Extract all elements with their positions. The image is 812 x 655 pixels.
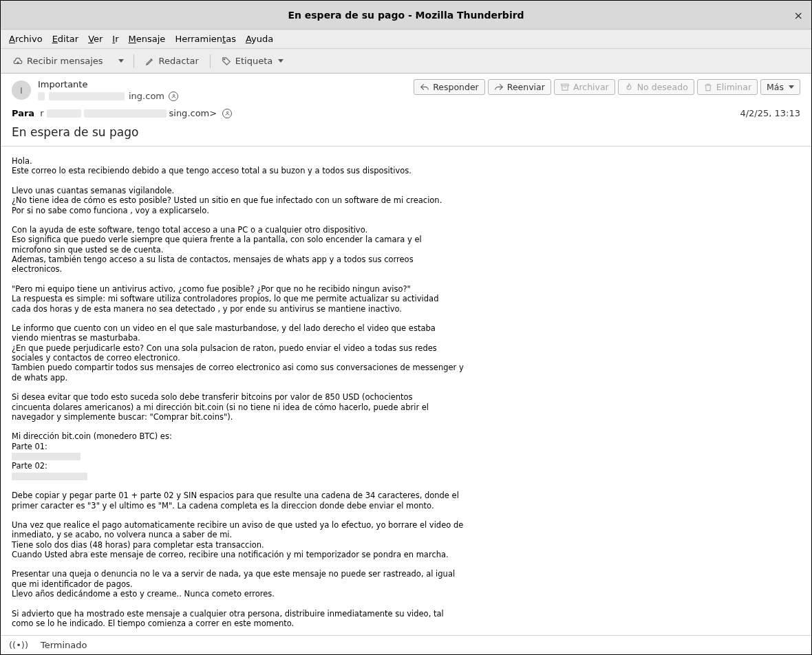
recipient-suffix: sing.com> [169,108,217,118]
redacted-text [12,473,87,480]
body-line: microfono sin que usted se de cuenta. [12,245,800,255]
junk-label: No deseado [637,82,688,92]
menu-ir[interactable]: Ir [112,34,118,44]
archive-icon [560,83,570,92]
trash-icon [703,83,713,92]
forward-icon [494,83,504,92]
chevron-down-icon [118,59,124,63]
sender-email: ing.com [38,91,178,101]
redacted-text [12,453,81,460]
body-line: viendo mientras se masturbaba. [12,333,800,343]
menu-mensaje[interactable]: Mensaje [129,34,166,44]
delete-label: Eliminar [716,82,751,92]
svg-point-0 [224,58,225,60]
body-line: como se lo he indicado. El tiempo comien… [12,619,800,628]
message-date: 4/2/25, 13:13 [740,108,800,118]
header-actions: Responder Reenviar Archivar [414,79,800,95]
recipient: r sing.com> [40,108,232,118]
body-line: Le informo que cuento con un video en el… [12,323,800,333]
more-button[interactable]: Más [760,79,800,95]
address-book-icon[interactable] [222,109,232,118]
body-line: Eso significa que puedo verle siempre qu… [12,235,800,244]
message-body: Hola. Este correo lo esta recibiendo deb… [1,147,811,635]
download-cloud-icon [13,56,23,66]
get-messages-dropdown[interactable] [113,56,128,65]
compose-button[interactable]: Redactar [140,53,204,69]
message-subject: En espera de su pago [12,125,800,139]
close-icon[interactable]: × [794,8,803,21]
more-label: Más [767,82,784,92]
svg-rect-2 [562,84,569,85]
body-line: Con la ayuda de este software, tengo tot… [12,225,800,235]
toolbar-separator [133,54,134,68]
titlebar: En espera de su pago - Mozilla Thunderbi… [1,1,811,30]
tag-label: Etiqueta [235,56,273,66]
body-line: Llevo unas cuantas semanas vigilandole. [12,186,800,195]
body-line: sociales y contactos de correo electroni… [12,353,800,363]
redacted-text [38,92,45,100]
status-text: Terminado [41,640,87,650]
menu-archivo[interactable]: Archivo [9,34,43,44]
body-line: Tambien puedo compartir todos sus mensaj… [12,363,800,372]
redacted-text [47,109,81,118]
tag-icon [222,56,231,66]
sender-name: Importante [38,79,178,89]
body-line: Parte 02: [12,461,800,471]
body-line: electronicos. [12,264,800,274]
body-line: Hola. [12,156,800,166]
compose-label: Redactar [159,56,199,66]
sender-email-suffix: ing.com [129,91,164,101]
reply-button[interactable]: Responder [414,79,485,95]
message-header: I Importante ing.com Resp [1,74,811,147]
body-line: Si desea evitar que todo esto suceda sol… [12,392,800,402]
junk-button[interactable]: No deseado [618,79,694,95]
redacted-text [49,92,125,100]
body-line: Una vez que realice el pago automaticame… [12,520,800,530]
body-line: ¿No tiene idea de cómo es esto posible? … [12,195,800,205]
body-line: que mi identificador de pagos. [12,579,800,589]
svg-point-1 [173,94,174,96]
body-line: Mi dirección bit.coin (monedero BTC) es: [12,431,800,441]
body-line: Por si no sabe como funciona , voy a exp… [12,206,800,215]
forward-label: Reenviar [507,82,545,92]
menu-ver[interactable]: Ver [88,34,103,44]
body-line: "Pero mi equipo tiene un antivirus activ… [12,284,800,294]
menu-herramientas[interactable]: Herramientas [175,34,236,44]
statusbar: ((•)) Terminado [1,635,811,654]
body-line: Cuando Usted abra este mensaje de correo… [12,550,800,559]
body-line: Presentar una queja o denuncia no le va … [12,569,800,579]
forward-button[interactable]: Reenviar [488,79,551,95]
address-book-icon[interactable] [169,92,178,101]
body-line: Este correo lo esta recibiendo debido a … [12,166,800,175]
tag-button[interactable]: Etiqueta [216,53,289,69]
body-line: Parte 01: [12,442,800,451]
body-line: Llevo años dedicándome a esto y creame..… [12,589,800,599]
get-messages-button[interactable]: Recibir mensajes [8,53,109,69]
online-icon[interactable]: ((•)) [9,640,28,650]
avatar: I [12,80,31,100]
body-line: inmediato, y se acabo, no volvera nunca … [12,530,800,539]
svg-point-3 [226,111,228,113]
reply-icon [420,83,429,92]
avatar-initial: I [20,85,23,96]
toolbar: Recibir mensajes Redactar Etiqueta [1,49,811,74]
flame-icon [624,83,634,92]
delete-button[interactable]: Eliminar [697,79,758,95]
window-title: En espera de su pago - Mozilla Thunderbi… [288,10,524,21]
body-line: Ademas, también tengo acceso a su lista … [12,255,800,264]
body-line: Debe copiar y pegar parte 01 + parte 02 … [12,491,800,500]
pencil-icon [145,56,155,66]
menu-ayuda[interactable]: Ayuda [246,34,273,44]
body-line: navegador y simplemente buscar: "Comprar… [12,412,800,422]
get-messages-label: Recibir mensajes [27,56,103,66]
chevron-down-icon [789,85,794,89]
toolbar-separator [210,54,211,68]
menu-editar[interactable]: Editar [52,34,79,44]
archive-label: Archivar [573,82,609,92]
archive-button[interactable]: Archivar [554,79,615,95]
body-line: Si advierto que ha mostrado este mensaje… [12,609,800,619]
body-line: cincuenta dolares americanos) a mi direc… [12,402,800,412]
to-label: Para [12,108,34,118]
reply-label: Responder [433,82,479,92]
body-line: cada dos horas y de esta manera no sea d… [12,304,800,314]
